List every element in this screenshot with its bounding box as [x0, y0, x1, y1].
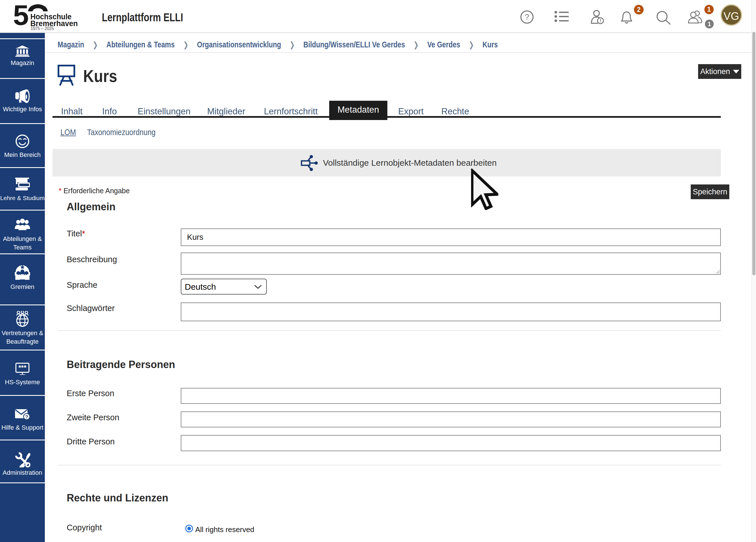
svg-text:?: ? — [25, 414, 28, 420]
svg-text:***: *** — [18, 364, 27, 371]
svg-text:?: ? — [525, 12, 529, 21]
svg-text:5: 5 — [14, 4, 29, 31]
svg-text:!: ! — [600, 18, 601, 24]
svg-text:1975 – 2025: 1975 – 2025 — [31, 26, 54, 31]
